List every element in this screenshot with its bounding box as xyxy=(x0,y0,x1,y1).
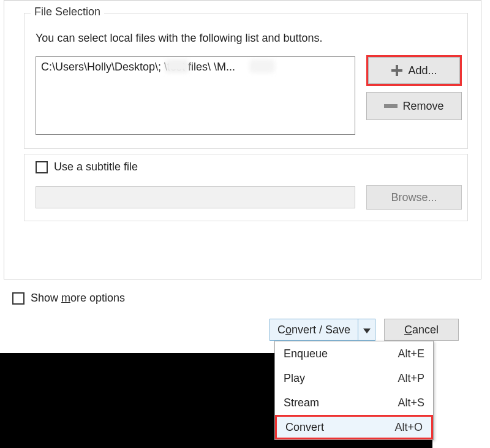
svg-rect-1 xyxy=(391,69,402,72)
redacted-segment xyxy=(249,59,275,73)
menu-item-convert[interactable]: Convert Alt+O xyxy=(275,415,433,439)
show-more-label: Show more options xyxy=(31,292,125,305)
add-button[interactable]: Add... xyxy=(368,57,460,84)
convert-save-menu: Enqueue Alt+E Play Alt+P Stream Alt+S Co… xyxy=(274,341,434,440)
menu-item-play[interactable]: Play Alt+P xyxy=(275,366,433,390)
menu-item-enqueue[interactable]: Enqueue Alt+E xyxy=(275,341,433,366)
add-button-highlight: Add... xyxy=(366,55,462,86)
dialog-panel: File Selection You can select local file… xyxy=(4,0,481,279)
chevron-down-icon xyxy=(363,324,371,336)
browse-button-label: Browse... xyxy=(391,191,437,204)
convert-save-dropdown-toggle[interactable] xyxy=(358,319,375,340)
convert-save-button[interactable]: Convert / Save xyxy=(270,319,375,341)
subtitle-path-input[interactable] xyxy=(36,186,355,208)
remove-button[interactable]: Remove xyxy=(366,92,462,120)
convert-save-label: Convert / Save xyxy=(270,319,358,340)
show-more-row: Show more options xyxy=(12,292,125,305)
subtitle-group: Use a subtitle file Browse... xyxy=(24,154,468,221)
file-list[interactable]: C:\Users\Holly\Desktop\; \test files\ \M… xyxy=(36,56,355,135)
file-selection-group: File Selection You can select local file… xyxy=(24,13,468,149)
remove-button-label: Remove xyxy=(402,100,443,113)
subtitle-checkbox-label: Use a subtitle file xyxy=(54,161,138,173)
show-more-checkbox[interactable] xyxy=(12,292,24,305)
plus-icon xyxy=(391,64,403,77)
subtitle-checkbox[interactable] xyxy=(36,161,48,173)
cancel-button-label: Cancel xyxy=(404,324,439,336)
file-selection-legend: File Selection xyxy=(31,6,104,18)
file-path-text: C:\Users\Holly\Desktop\; \test files\ \M… xyxy=(41,61,235,73)
add-button-label: Add... xyxy=(408,64,437,77)
redacted-segment xyxy=(165,59,189,73)
menu-item-stream[interactable]: Stream Alt+S xyxy=(275,390,433,415)
minus-icon xyxy=(384,104,398,108)
cancel-button[interactable]: Cancel xyxy=(384,319,459,341)
file-selection-description: You can select local files with the foll… xyxy=(36,32,323,45)
svg-marker-2 xyxy=(363,328,371,333)
browse-button[interactable]: Browse... xyxy=(366,185,462,210)
